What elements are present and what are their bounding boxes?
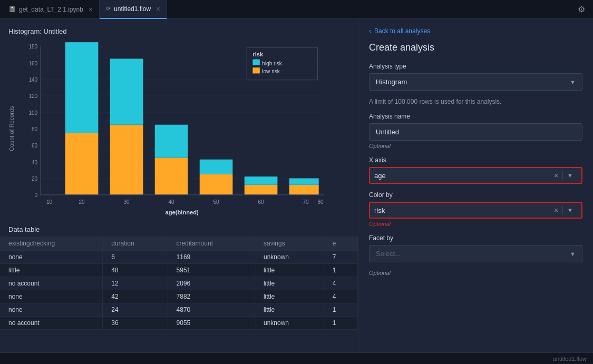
main-layout: Histogram: Untitled Count of Records	[0, 19, 593, 364]
svg-rect-28	[200, 160, 233, 174]
col-creditamount: creditamount	[168, 237, 255, 251]
svg-rect-31	[289, 185, 319, 195]
gear-button[interactable]: ⚙	[572, 0, 591, 19]
table-row: none 42 7882 little 4	[0, 290, 358, 303]
info-text: A limit of 100,000 rows is used for this…	[369, 98, 582, 105]
status-bar: untitled1.flow	[0, 352, 593, 364]
analysis-name-label: Analysis name	[369, 113, 582, 120]
analysis-name-optional: Optional	[369, 143, 582, 149]
tab-notebook-label: get_data_LT_2.1.ipynb	[19, 6, 83, 13]
y-axis-label: Count of Records	[8, 42, 15, 215]
svg-text:40: 40	[32, 160, 38, 165]
svg-text:80: 80	[317, 199, 324, 205]
x-axis-clear-button[interactable]: ×	[550, 171, 563, 180]
data-table-title: Data table	[0, 221, 358, 237]
svg-rect-24	[110, 58, 143, 124]
chart-title: Histogram: Untitled	[8, 27, 347, 35]
color-by-field[interactable]: risk × ▼	[369, 202, 582, 219]
chart-inner: 0 20 40 60 80 100 120 140 160 180	[17, 42, 335, 215]
analysis-type-value: Histogram	[376, 78, 407, 86]
left-panel: Histogram: Untitled Count of Records	[0, 19, 358, 364]
data-table-wrapper[interactable]: existingchecking duration creditamount s…	[0, 237, 358, 330]
svg-text:180: 180	[28, 44, 37, 50]
svg-text:50: 50	[213, 199, 219, 205]
svg-rect-27	[200, 174, 233, 195]
color-by-actions: × ▼	[550, 206, 577, 214]
svg-text:20: 20	[32, 176, 38, 182]
col-e: e	[324, 237, 357, 251]
col-existingchecking: existingchecking	[0, 237, 103, 251]
svg-rect-22	[65, 42, 99, 133]
svg-rect-32	[289, 179, 319, 185]
svg-text:30: 30	[123, 199, 130, 205]
data-table: existingchecking duration creditamount s…	[0, 237, 358, 330]
tab-flow[interactable]: ⟳ untitled1.flow ×	[100, 0, 167, 19]
tab-flow-close[interactable]: ×	[156, 5, 160, 13]
x-axis-label: X axis	[369, 156, 582, 164]
table-row: no account 36 9055 unknown 1	[0, 317, 358, 330]
flow-icon: ⟳	[106, 5, 111, 12]
color-by-chevron-down-icon[interactable]: ▼	[563, 207, 577, 213]
color-by-clear-button[interactable]: ×	[550, 206, 563, 214]
chevron-left-icon: ‹	[369, 27, 371, 35]
chart-svg: 0 20 40 60 80 100 120 140 160 180	[17, 42, 335, 215]
analysis-name-input[interactable]	[369, 123, 582, 141]
data-table-section: Data table existingchecking duration cre…	[0, 221, 358, 364]
table-row: none 24 4870 little 1	[0, 303, 358, 317]
svg-text:100: 100	[28, 110, 37, 116]
tab-flow-label: untitled1.flow	[114, 5, 151, 13]
svg-text:140: 140	[28, 77, 37, 83]
facet-chevron-down-icon: ▼	[570, 251, 576, 257]
facet-by-dropdown[interactable]: Select... ▼	[369, 245, 582, 262]
svg-rect-23	[110, 125, 143, 195]
svg-text:80: 80	[32, 126, 38, 132]
table-row: no account 12 2096 little 4	[0, 277, 358, 290]
x-axis-value: age	[374, 172, 386, 180]
analysis-type-dropdown[interactable]: Histogram ▼	[369, 73, 582, 91]
svg-text:low risk: low risk	[262, 68, 280, 74]
svg-text:120: 120	[28, 93, 37, 99]
chevron-down-icon: ▼	[570, 79, 576, 85]
status-text: untitled1.flow	[553, 356, 587, 362]
svg-rect-45	[252, 60, 259, 65]
svg-text:age(binned): age(binned)	[166, 209, 199, 215]
svg-text:60: 60	[258, 199, 264, 205]
chart-area: Histogram: Untitled Count of Records	[0, 19, 358, 221]
right-panel: ‹ Back to all analyses Create analysis A…	[358, 19, 593, 364]
chart-container: Count of Records	[8, 42, 335, 215]
svg-text:0: 0	[35, 192, 38, 198]
svg-text:60: 60	[32, 143, 38, 149]
tab-bar: 📓 get_data_LT_2.1.ipynb × ⟳ untitled1.fl…	[0, 0, 593, 19]
x-axis-chevron-down-icon[interactable]: ▼	[563, 172, 577, 179]
x-axis-actions: × ▼	[550, 171, 577, 180]
svg-text:risk: risk	[252, 51, 264, 57]
facet-by-placeholder: Select...	[376, 250, 401, 258]
svg-text:high risk: high risk	[262, 61, 282, 66]
back-link[interactable]: ‹ Back to all analyses	[369, 27, 582, 35]
facet-by-label: Facet by	[369, 234, 582, 242]
tab-notebook-close[interactable]: ×	[89, 5, 93, 14]
svg-rect-30	[245, 176, 278, 185]
svg-text:10: 10	[46, 199, 53, 205]
svg-text:40: 40	[168, 199, 174, 205]
svg-rect-26	[155, 125, 188, 158]
table-row: little 48 5951 little 1	[0, 264, 358, 277]
svg-rect-29	[245, 185, 278, 195]
svg-rect-21	[65, 133, 99, 194]
tab-notebook[interactable]: 📓 get_data_LT_2.1.ipynb ×	[2, 0, 100, 19]
svg-text:160: 160	[28, 61, 37, 66]
x-axis-field[interactable]: age × ▼	[369, 167, 582, 184]
col-savings: savings	[255, 237, 324, 251]
svg-text:20: 20	[79, 199, 85, 205]
facet-by-optional: Optional	[369, 270, 582, 276]
svg-rect-47	[252, 67, 259, 73]
panel-title: Create analysis	[369, 42, 582, 53]
svg-rect-25	[155, 158, 188, 194]
table-row: none 6 1169 unknown 7	[0, 251, 358, 264]
color-by-optional: Optional	[369, 221, 582, 227]
analysis-type-label: Analysis type	[369, 63, 582, 70]
notebook-icon: 📓	[8, 6, 16, 13]
color-by-label: Color by	[369, 191, 582, 199]
svg-text:70: 70	[303, 199, 309, 205]
col-duration: duration	[103, 237, 168, 251]
